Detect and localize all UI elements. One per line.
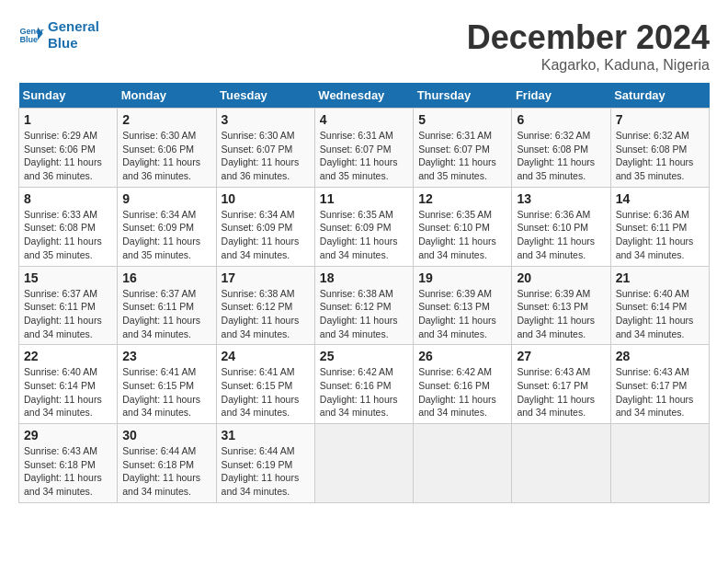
day-info: Sunrise: 6:38 AM Sunset: 6:12 PM Dayligh…	[222, 287, 310, 341]
col-saturday: Saturday	[610, 83, 709, 109]
calendar-cell	[414, 424, 512, 503]
calendar-header-row: Sunday Monday Tuesday Wednesday Thursday…	[19, 83, 710, 109]
day-number: 9	[122, 191, 210, 206]
calendar-cell: 16Sunrise: 6:37 AM Sunset: 6:11 PM Dayli…	[118, 266, 216, 345]
calendar-week-row: 22Sunrise: 6:40 AM Sunset: 6:14 PM Dayli…	[19, 345, 710, 424]
calendar-week-row: 8Sunrise: 6:33 AM Sunset: 6:08 PM Daylig…	[19, 187, 710, 266]
calendar-cell: 13Sunrise: 6:36 AM Sunset: 6:10 PM Dayli…	[512, 187, 610, 266]
day-number: 20	[517, 270, 605, 285]
calendar-cell: 7Sunrise: 6:32 AM Sunset: 6:08 PM Daylig…	[610, 109, 709, 188]
day-info: Sunrise: 6:30 AM Sunset: 6:06 PM Dayligh…	[122, 129, 210, 183]
day-info: Sunrise: 6:39 AM Sunset: 6:13 PM Dayligh…	[517, 287, 605, 341]
calendar-week-row: 15Sunrise: 6:37 AM Sunset: 6:11 PM Dayli…	[19, 266, 710, 345]
day-number: 26	[418, 349, 506, 363]
day-number: 15	[24, 270, 112, 285]
calendar-cell: 25Sunrise: 6:42 AM Sunset: 6:16 PM Dayli…	[314, 345, 413, 424]
day-info: Sunrise: 6:43 AM Sunset: 6:18 PM Dayligh…	[24, 444, 112, 499]
day-number: 22	[24, 349, 112, 363]
day-number: 16	[122, 270, 210, 285]
calendar-cell: 21Sunrise: 6:40 AM Sunset: 6:14 PM Dayli…	[610, 266, 709, 345]
day-number: 23	[122, 349, 210, 363]
day-info: Sunrise: 6:29 AM Sunset: 6:06 PM Dayligh…	[24, 129, 112, 183]
calendar-cell: 2Sunrise: 6:30 AM Sunset: 6:06 PM Daylig…	[118, 109, 216, 188]
calendar-cell: 3Sunrise: 6:30 AM Sunset: 6:07 PM Daylig…	[216, 109, 314, 188]
day-info: Sunrise: 6:44 AM Sunset: 6:18 PM Dayligh…	[122, 444, 210, 499]
page-header: General Blue General Blue December 2024 …	[18, 18, 710, 74]
calendar-cell: 12Sunrise: 6:35 AM Sunset: 6:10 PM Dayli…	[414, 187, 512, 266]
calendar-cell: 28Sunrise: 6:43 AM Sunset: 6:17 PM Dayli…	[610, 345, 709, 424]
calendar-cell: 8Sunrise: 6:33 AM Sunset: 6:08 PM Daylig…	[19, 187, 118, 266]
calendar-cell: 9Sunrise: 6:34 AM Sunset: 6:09 PM Daylig…	[118, 187, 216, 266]
day-number: 4	[320, 112, 408, 127]
day-number: 25	[320, 349, 408, 363]
col-thursday: Thursday	[414, 83, 512, 109]
calendar-cell: 26Sunrise: 6:42 AM Sunset: 6:16 PM Dayli…	[414, 345, 512, 424]
day-number: 11	[320, 191, 408, 206]
day-info: Sunrise: 6:41 AM Sunset: 6:15 PM Dayligh…	[122, 365, 210, 419]
day-number: 14	[616, 191, 704, 206]
day-number: 12	[418, 191, 506, 206]
day-number: 17	[222, 270, 310, 285]
calendar-week-row: 1Sunrise: 6:29 AM Sunset: 6:06 PM Daylig…	[19, 109, 710, 188]
day-number: 13	[517, 191, 605, 206]
calendar-cell: 23Sunrise: 6:41 AM Sunset: 6:15 PM Dayli…	[118, 345, 216, 424]
day-info: Sunrise: 6:33 AM Sunset: 6:08 PM Dayligh…	[24, 208, 112, 262]
day-info: Sunrise: 6:42 AM Sunset: 6:16 PM Dayligh…	[418, 365, 506, 419]
day-number: 31	[222, 428, 310, 442]
calendar-week-row: 29Sunrise: 6:43 AM Sunset: 6:18 PM Dayli…	[19, 424, 710, 503]
col-wednesday: Wednesday	[314, 83, 413, 109]
day-info: Sunrise: 6:32 AM Sunset: 6:08 PM Dayligh…	[517, 129, 605, 183]
calendar-cell	[512, 424, 610, 503]
calendar-cell: 6Sunrise: 6:32 AM Sunset: 6:08 PM Daylig…	[512, 109, 610, 188]
day-number: 29	[24, 428, 112, 442]
day-number: 27	[517, 349, 605, 363]
calendar-cell: 19Sunrise: 6:39 AM Sunset: 6:13 PM Dayli…	[414, 266, 512, 345]
calendar-cell: 17Sunrise: 6:38 AM Sunset: 6:12 PM Dayli…	[216, 266, 314, 345]
calendar-cell	[610, 424, 709, 503]
day-info: Sunrise: 6:40 AM Sunset: 6:14 PM Dayligh…	[24, 365, 112, 419]
day-number: 3	[222, 112, 310, 127]
calendar-cell: 22Sunrise: 6:40 AM Sunset: 6:14 PM Dayli…	[19, 345, 118, 424]
day-info: Sunrise: 6:35 AM Sunset: 6:10 PM Dayligh…	[418, 208, 506, 262]
calendar-cell: 10Sunrise: 6:34 AM Sunset: 6:09 PM Dayli…	[216, 187, 314, 266]
location-subtitle: Kagarko, Kaduna, Nigeria	[467, 57, 710, 74]
day-info: Sunrise: 6:35 AM Sunset: 6:09 PM Dayligh…	[320, 208, 408, 262]
calendar-cell: 15Sunrise: 6:37 AM Sunset: 6:11 PM Dayli…	[19, 266, 118, 345]
calendar-cell: 30Sunrise: 6:44 AM Sunset: 6:18 PM Dayli…	[118, 424, 216, 503]
day-info: Sunrise: 6:44 AM Sunset: 6:19 PM Dayligh…	[222, 444, 310, 499]
day-info: Sunrise: 6:34 AM Sunset: 6:09 PM Dayligh…	[122, 208, 210, 262]
day-number: 18	[320, 270, 408, 285]
day-number: 7	[616, 112, 704, 127]
col-friday: Friday	[512, 83, 610, 109]
day-number: 30	[122, 428, 210, 442]
day-info: Sunrise: 6:37 AM Sunset: 6:11 PM Dayligh…	[24, 287, 112, 341]
day-number: 8	[24, 191, 112, 206]
calendar-cell: 11Sunrise: 6:35 AM Sunset: 6:09 PM Dayli…	[314, 187, 413, 266]
day-info: Sunrise: 6:31 AM Sunset: 6:07 PM Dayligh…	[418, 129, 506, 183]
day-info: Sunrise: 6:36 AM Sunset: 6:11 PM Dayligh…	[616, 208, 704, 262]
col-monday: Monday	[118, 83, 216, 109]
calendar-cell: 1Sunrise: 6:29 AM Sunset: 6:06 PM Daylig…	[19, 109, 118, 188]
day-number: 21	[616, 270, 704, 285]
day-number: 6	[517, 112, 605, 127]
day-info: Sunrise: 6:37 AM Sunset: 6:11 PM Dayligh…	[122, 287, 210, 341]
col-sunday: Sunday	[19, 83, 118, 109]
day-number: 19	[418, 270, 506, 285]
svg-text:Blue: Blue	[19, 35, 38, 44]
day-number: 1	[24, 112, 112, 127]
calendar-cell: 24Sunrise: 6:41 AM Sunset: 6:15 PM Dayli…	[216, 345, 314, 424]
day-info: Sunrise: 6:34 AM Sunset: 6:09 PM Dayligh…	[222, 208, 310, 262]
day-number: 2	[122, 112, 210, 127]
calendar-cell: 27Sunrise: 6:43 AM Sunset: 6:17 PM Dayli…	[512, 345, 610, 424]
day-number: 24	[222, 349, 310, 363]
day-number: 5	[418, 112, 506, 127]
month-title: December 2024	[467, 18, 710, 57]
day-info: Sunrise: 6:43 AM Sunset: 6:17 PM Dayligh…	[517, 365, 605, 419]
calendar-cell: 18Sunrise: 6:38 AM Sunset: 6:12 PM Dayli…	[314, 266, 413, 345]
day-info: Sunrise: 6:42 AM Sunset: 6:16 PM Dayligh…	[320, 365, 408, 419]
day-info: Sunrise: 6:38 AM Sunset: 6:12 PM Dayligh…	[320, 287, 408, 341]
day-info: Sunrise: 6:43 AM Sunset: 6:17 PM Dayligh…	[616, 365, 704, 419]
day-info: Sunrise: 6:39 AM Sunset: 6:13 PM Dayligh…	[418, 287, 506, 341]
calendar-cell: 14Sunrise: 6:36 AM Sunset: 6:11 PM Dayli…	[610, 187, 709, 266]
day-info: Sunrise: 6:40 AM Sunset: 6:14 PM Dayligh…	[616, 287, 704, 341]
